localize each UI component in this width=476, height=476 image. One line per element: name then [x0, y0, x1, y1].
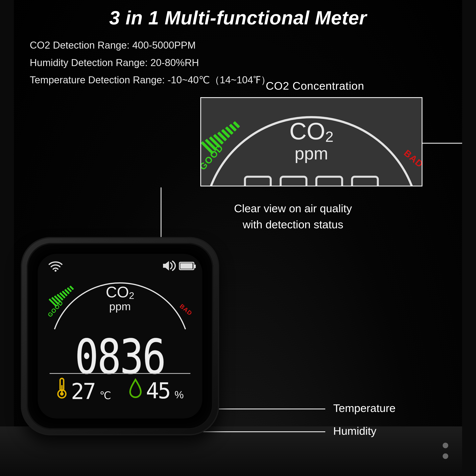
callout-temperature: Temperature — [333, 402, 395, 414]
spec-temperature: Temperature Detection Range: -10~40℃（14~… — [30, 71, 271, 89]
co2-zoom-inset: CO2 ppm GOOD BAD — [200, 97, 423, 187]
humidity-value: 45 — [146, 378, 170, 403]
connector-line — [469, 85, 470, 144]
bottom-readouts: 27 ℃ 45 % — [38, 375, 202, 407]
spec-list: CO2 Detection Range: 400-5000PPM Humidit… — [30, 37, 271, 89]
connector-line — [423, 143, 470, 144]
spec-co2: CO2 Detection Range: 400-5000PPM — [30, 37, 271, 54]
temperature-value: 27 — [71, 379, 95, 404]
gauge-co2-label: CO2 ppm — [289, 120, 334, 161]
callout-humidity: Humidity — [333, 425, 376, 437]
product-infographic: 3 in 1 Multi-functional Meter CO2 Detect… — [0, 0, 476, 476]
callout-co2-title: CO2 Concentration — [266, 79, 364, 92]
wifi-icon — [49, 261, 63, 272]
meter-device: CO2 ppm GOOD BAD 0836 — [21, 237, 219, 435]
speaker-icon — [162, 260, 176, 272]
page-title: 3 in 1 Multi-functional Meter — [0, 7, 476, 29]
device-screen: CO2 ppm GOOD BAD 0836 — [38, 254, 202, 419]
spec-humidity: Humidity Detection Range: 20-80%RH — [30, 54, 271, 72]
temperature-readout: 27 ℃ — [56, 377, 111, 404]
gauge-arc: CO2 ppm GOOD BAD — [49, 276, 191, 335]
humidity-readout: 45 % — [129, 378, 184, 403]
battery-icon — [179, 262, 194, 270]
humidity-unit: % — [174, 389, 184, 401]
pagination-dots — [443, 438, 448, 464]
device-bezel: CO2 ppm GOOD BAD 0836 — [27, 243, 213, 429]
divider-line — [50, 373, 190, 374]
gauge-co2-label: CO2 ppm — [106, 285, 134, 312]
gauge-arc-zoom: CO2 ppm GOOD BAD — [201, 106, 422, 187]
svg-point-0 — [54, 270, 56, 272]
digit-tops-icon — [244, 176, 379, 187]
callout-co2-subtitle: Clear view on air quality with detection… — [234, 200, 352, 232]
temperature-unit: ℃ — [100, 390, 111, 401]
droplet-icon — [129, 378, 142, 398]
thermometer-icon — [56, 377, 68, 399]
